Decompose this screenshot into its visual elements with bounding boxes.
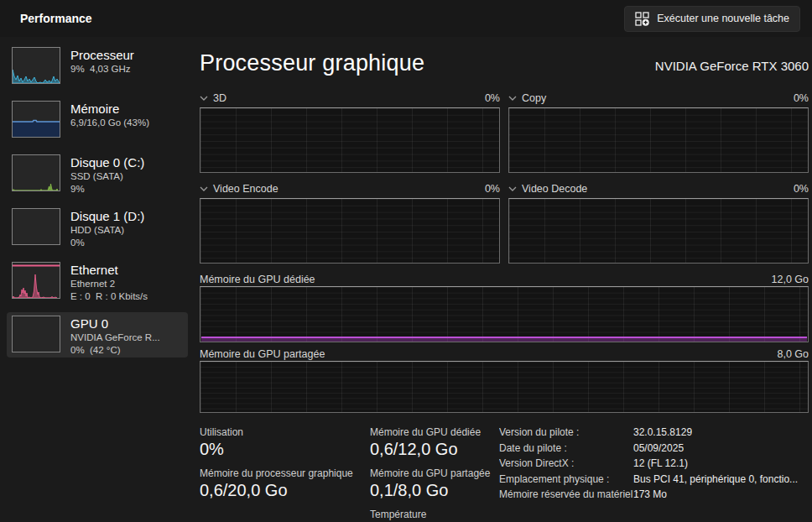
- detail-label: Date du pilote :: [499, 441, 633, 457]
- sidebar-item-subtitle: 9% 4,03 GHz: [70, 63, 134, 76]
- stat-value: 0,6/20,0 Go: [200, 481, 367, 500]
- top-bar: Performance Exécuter une nouvelle tâche: [0, 0, 812, 37]
- detail-row: Date du pilote : 05/09/2025: [499, 441, 809, 457]
- shared-memory-label: Mémoire du GPU partagée: [200, 348, 325, 360]
- sidebar-item-disk0[interactable]: Disque 0 (C:) SSD (SATA) 9%: [7, 151, 188, 196]
- sidebar-item-title: Processeur: [70, 47, 134, 63]
- sidebar-item-subtitle: HDD (SATA): [70, 224, 144, 237]
- run-new-task-button[interactable]: Exécuter une nouvelle tâche: [624, 6, 800, 32]
- cpu-sparkline: [12, 47, 60, 84]
- sidebar-item-subtitle: SSD (SATA): [70, 170, 144, 183]
- engine-chart-value: 0%: [794, 183, 809, 195]
- gpu-device-name: NVIDIA GeForce RTX 3060: [655, 59, 809, 73]
- detail-value: Bus PCI 41, périphérique 0, fonctio...: [633, 472, 798, 488]
- sidebar-item-gpu0[interactable]: GPU 0 NVIDIA GeForce R... 0% (42 °C): [7, 312, 188, 358]
- sidebar-item-title: Disque 1 (D:): [70, 208, 144, 224]
- sidebar-item-subtitle2: 9%: [70, 183, 144, 196]
- chart-3d: [200, 107, 500, 173]
- engine-chart-label: 3D: [213, 92, 226, 104]
- stat-label: Mémoire du GPU partagée: [370, 467, 497, 479]
- engine-chart-label: Video Decode: [522, 183, 587, 195]
- stat-value: 0%: [200, 440, 367, 459]
- stat-value: 0,6/12,0 Go: [370, 440, 497, 459]
- dedicated-memory-label: Mémoire du GPU dédiée: [200, 274, 315, 285]
- chevron-down-icon[interactable]: [200, 186, 208, 191]
- detail-row: Emplacement physique : Bus PCI 41, périp…: [499, 472, 809, 488]
- detail-label: Version DirectX :: [499, 456, 633, 472]
- ethernet-sparkline: [12, 262, 60, 299]
- engine-chart-label: Copy: [522, 92, 546, 104]
- dedicated-memory-capacity: 12,0 Go: [772, 274, 809, 285]
- sidebar-item-subtitle: 6,9/16,0 Go (43%): [70, 117, 149, 129]
- detail-value: 05/09/2025: [633, 441, 684, 457]
- detail-row: Version DirectX : 12 (FL 12.1): [499, 456, 809, 472]
- shared-memory-capacity: 8,0 Go: [777, 348, 809, 360]
- disk1-sparkline: [12, 208, 60, 245]
- detail-label: Version du pilote :: [499, 425, 633, 441]
- performance-sidebar: Processeur 9% 4,03 GHz Mémoire 6,9/16,0 …: [0, 37, 193, 522]
- chevron-down-icon[interactable]: [508, 96, 517, 101]
- chart-copy-block: Copy 0%: [508, 87, 809, 173]
- engine-chart-value: 0%: [485, 183, 500, 195]
- engine-chart-value: 0%: [485, 92, 500, 104]
- dedicated-memory-usage-fill: [201, 338, 807, 342]
- stat-value: 0,1/8,0 Go: [370, 481, 497, 500]
- chart-copy: [508, 107, 809, 173]
- chart-video-encode-block: Video Encode 0%: [200, 173, 500, 264]
- disk0-sparkline: [12, 154, 60, 191]
- sidebar-item-title: Mémoire: [70, 101, 149, 117]
- sidebar-item-subtitle: Ethernet 2: [70, 278, 148, 290]
- gpu-stats-section: Utilisation 0% Mémoire du processeur gra…: [200, 425, 809, 522]
- sidebar-item-subtitle2: 0% (42 °C): [70, 344, 160, 357]
- chart-video-encode: [200, 198, 500, 264]
- gpu-detail-panel: Processeur graphique NVIDIA GeForce RTX …: [193, 37, 812, 522]
- stat-label-temperature: Température: [370, 509, 497, 520]
- sidebar-item-memory[interactable]: Mémoire 6,9/16,0 Go (43%): [7, 97, 188, 143]
- engine-chart-value: 0%: [794, 92, 809, 104]
- dedicated-memory-usage-line: [201, 337, 807, 338]
- run-new-task-label: Exécuter une nouvelle tâche: [657, 13, 789, 24]
- detail-value: 32.0.15.8129: [633, 425, 692, 441]
- sidebar-item-title: Ethernet: [70, 262, 148, 278]
- detail-label: Emplacement physique :: [499, 472, 633, 488]
- detail-label: Mémoire réservée du matériel :: [499, 487, 633, 503]
- detail-value: 12 (FL 12.1): [633, 456, 688, 472]
- sidebar-item-subtitle: NVIDIA GeForce R...: [70, 331, 160, 344]
- detail-row: Mémoire réservée du matériel : 173 Mo: [499, 487, 809, 503]
- chart-video-decode: [508, 198, 809, 264]
- gpu-panel-title: Processeur graphique: [200, 50, 424, 76]
- sidebar-item-subtitle2: 0%: [70, 237, 144, 249]
- sidebar-item-subtitle2: E : 0 R : 0 Kbits/s: [70, 290, 148, 303]
- sidebar-item-title: Disque 0 (C:): [70, 154, 144, 170]
- chevron-down-icon[interactable]: [508, 186, 517, 191]
- sidebar-item-disk1[interactable]: Disque 1 (D:) HDD (SATA) 0%: [7, 205, 188, 250]
- stat-label: Mémoire du GPU dédiée: [370, 426, 497, 438]
- run-new-task-icon: [635, 12, 649, 26]
- chart-video-decode-block: Video Decode 0%: [508, 173, 809, 264]
- stat-label: Utilisation: [200, 426, 367, 438]
- chevron-down-icon[interactable]: [200, 96, 208, 101]
- engine-chart-label: Video Encode: [213, 183, 278, 195]
- sidebar-item-ethernet[interactable]: Ethernet Ethernet 2 E : 0 R : 0 Kbits/s: [7, 258, 188, 304]
- memory-sparkline: [12, 101, 60, 138]
- gpu-sparkline: [12, 316, 60, 352]
- page-title: Performance: [20, 12, 92, 25]
- sidebar-item-title: GPU 0: [70, 316, 160, 331]
- stat-label: Mémoire du processeur graphique: [200, 467, 367, 479]
- chart-dedicated-memory: [200, 286, 809, 342]
- chart-3d-block: 3D 0%: [200, 87, 500, 173]
- detail-row: Version du pilote : 32.0.15.8129: [499, 425, 809, 441]
- detail-value: 173 Mo: [633, 487, 667, 503]
- chart-shared-memory: [200, 361, 809, 413]
- sidebar-item-cpu[interactable]: Processeur 9% 4,03 GHz: [7, 44, 188, 89]
